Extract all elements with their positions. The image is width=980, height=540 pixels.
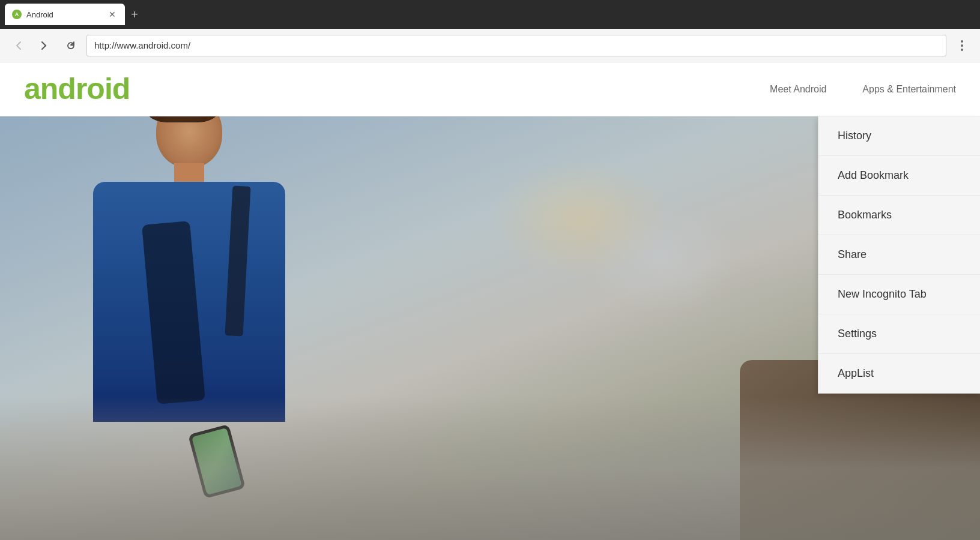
svg-text:android: android <box>24 72 130 105</box>
page-content: android Meet Android Apps & Entertainmen… <box>0 62 980 540</box>
menu-item-settings[interactable]: Settings <box>818 314 980 354</box>
browser-menu-button[interactable] <box>951 35 973 56</box>
forward-button[interactable] <box>34 35 55 56</box>
more-options-icon <box>961 40 963 51</box>
android-logo: android <box>24 71 156 107</box>
menu-item-applist[interactable]: AppList <box>818 354 980 393</box>
back-button[interactable] <box>7 35 29 56</box>
site-navigation: Meet Android Apps & Entertainment <box>770 84 956 95</box>
site-header: android Meet Android Apps & Entertainmen… <box>0 62 980 116</box>
reload-button[interactable] <box>60 35 82 56</box>
tab-favicon: A <box>12 10 22 19</box>
menu-item-history[interactable]: History <box>818 116 980 156</box>
dropdown-menu: History Add Bookmark Bookmarks Share New… <box>818 116 980 394</box>
browser-titlebar: A Android ✕ + <box>0 0 980 29</box>
browser-toolbar <box>0 29 980 62</box>
tab-title: Android <box>26 10 102 19</box>
nav-meet-android[interactable]: Meet Android <box>770 84 826 95</box>
new-tab-button[interactable]: + <box>125 5 144 24</box>
menu-item-add-bookmark[interactable]: Add Bookmark <box>818 156 980 196</box>
nav-apps-entertainment[interactable]: Apps & Entertainment <box>862 84 956 95</box>
address-bar[interactable] <box>86 35 946 56</box>
active-tab[interactable]: A Android ✕ <box>5 4 125 25</box>
menu-item-new-incognito-tab[interactable]: New Incognito Tab <box>818 275 980 314</box>
menu-item-bookmarks[interactable]: Bookmarks <box>818 196 980 235</box>
tab-close-button[interactable]: ✕ <box>107 9 118 20</box>
menu-item-share[interactable]: Share <box>818 235 980 275</box>
